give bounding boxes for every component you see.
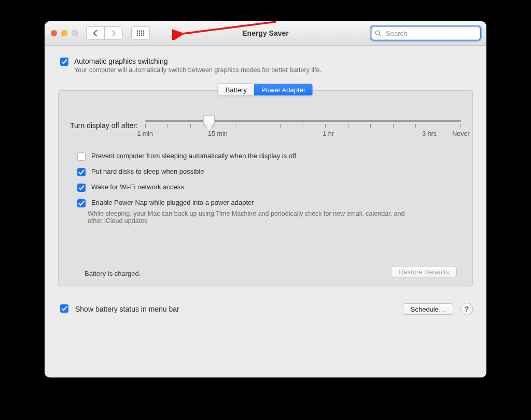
svg-point-10 xyxy=(141,35,143,36)
svg-point-9 xyxy=(139,35,141,36)
display-sleep-slider[interactable]: 1 min 15 min 1 hr 3 hrs Never xyxy=(145,120,461,137)
options-list: Prevent computer from sleeping automatic… xyxy=(70,152,461,225)
power-source-panel: Battery Power Adapter Turn display off a… xyxy=(58,90,473,287)
svg-point-6 xyxy=(141,33,143,34)
slider-tick-labels: 1 min 15 min 1 hr 3 hrs Never xyxy=(145,130,461,139)
chevron-left-icon xyxy=(93,30,98,36)
zoom-icon xyxy=(72,30,78,36)
traffic-lights xyxy=(51,30,78,36)
opt-power-nap-checkbox[interactable] xyxy=(77,199,86,207)
svg-point-3 xyxy=(143,31,145,32)
footer-row: Show battery status in menu bar Schedule… xyxy=(45,295,486,325)
auto-graphics-labels: Automatic graphics switching Your comput… xyxy=(74,57,322,74)
preferences-window: Energy Saver Automatic graphics switchin… xyxy=(45,21,486,377)
grid-icon xyxy=(136,30,145,36)
content-area: Automatic graphics switching Your comput… xyxy=(45,46,486,295)
slider-track xyxy=(145,120,461,122)
opt-disk-sleep: Put hard disks to sleep when possible xyxy=(75,167,459,178)
opt-prevent-sleep-checkbox[interactable] xyxy=(77,152,86,161)
nav-buttons xyxy=(86,26,123,40)
opt-wake-wifi: Wake for Wi-Fi network access xyxy=(75,183,459,193)
svg-point-7 xyxy=(143,33,145,34)
tab-battery[interactable]: Battery xyxy=(218,84,254,95)
svg-point-1 xyxy=(139,31,141,32)
window-toolbar: Energy Saver xyxy=(45,21,486,46)
opt-wake-wifi-label: Wake for Wi-Fi network access xyxy=(91,183,184,191)
display-sleep-label: Turn display off after: xyxy=(70,120,138,130)
opt-power-nap: Enable Power Nap while plugged into a po… xyxy=(75,199,459,225)
auto-graphics-label: Automatic graphics switching xyxy=(74,57,322,65)
svg-point-8 xyxy=(137,35,138,36)
search-input[interactable] xyxy=(385,29,477,38)
slider-thumb[interactable] xyxy=(203,115,215,128)
search-icon xyxy=(375,30,382,37)
tick-label: 15 min xyxy=(208,130,228,137)
show-battery-status-label: Show battery status in menu bar xyxy=(75,305,179,313)
auto-graphics-description: Your computer will automatically switch … xyxy=(74,66,322,74)
opt-disk-sleep-checkbox[interactable] xyxy=(77,168,86,176)
power-source-tabs: Battery Power Adapter xyxy=(218,83,313,96)
opt-disk-sleep-label: Put hard disks to sleep when possible xyxy=(91,167,204,175)
auto-graphics-checkbox[interactable] xyxy=(60,58,68,66)
restore-defaults-button[interactable]: Restore Defaults xyxy=(391,266,457,277)
svg-point-11 xyxy=(143,35,145,36)
tick-label: 1 min xyxy=(137,130,153,137)
show-battery-status-checkbox[interactable] xyxy=(60,304,68,313)
opt-prevent-sleep-label: Prevent computer from sleeping automatic… xyxy=(91,152,296,160)
forward-button[interactable] xyxy=(104,26,123,40)
close-icon[interactable] xyxy=(51,30,57,36)
tick-label: 1 hr xyxy=(323,130,334,137)
display-sleep-row: Turn display off after: 1 min 15 min 1 h… xyxy=(70,120,461,137)
tick-label: 3 hrs xyxy=(422,130,437,137)
search-field[interactable] xyxy=(371,26,480,40)
schedule-button[interactable]: Schedule… xyxy=(403,303,453,315)
show-all-button[interactable] xyxy=(131,26,150,40)
opt-power-nap-description: While sleeping, your Mac can back up usi… xyxy=(88,210,420,225)
chevron-right-icon xyxy=(111,30,116,36)
help-button[interactable]: ? xyxy=(460,303,473,315)
auto-graphics-row: Automatic graphics switching Your comput… xyxy=(58,57,473,74)
battery-status-text: Battery is charged. xyxy=(85,270,141,277)
svg-point-0 xyxy=(137,31,138,32)
opt-prevent-sleep: Prevent computer from sleeping automatic… xyxy=(75,152,459,162)
svg-line-13 xyxy=(379,34,381,36)
opt-wake-wifi-checkbox[interactable] xyxy=(77,184,86,192)
opt-power-nap-label: Enable Power Nap while plugged into a po… xyxy=(91,199,254,206)
tab-power-adapter[interactable]: Power Adapter xyxy=(254,84,313,95)
svg-point-5 xyxy=(139,33,141,34)
svg-point-4 xyxy=(137,33,138,34)
back-button[interactable] xyxy=(86,26,104,40)
panel-bottom-row: Battery is charged. Restore Defaults xyxy=(70,266,461,277)
svg-point-2 xyxy=(141,31,143,32)
tick-label: Never xyxy=(452,130,469,137)
slider-ticks xyxy=(145,124,461,128)
minimize-icon[interactable] xyxy=(61,30,67,36)
